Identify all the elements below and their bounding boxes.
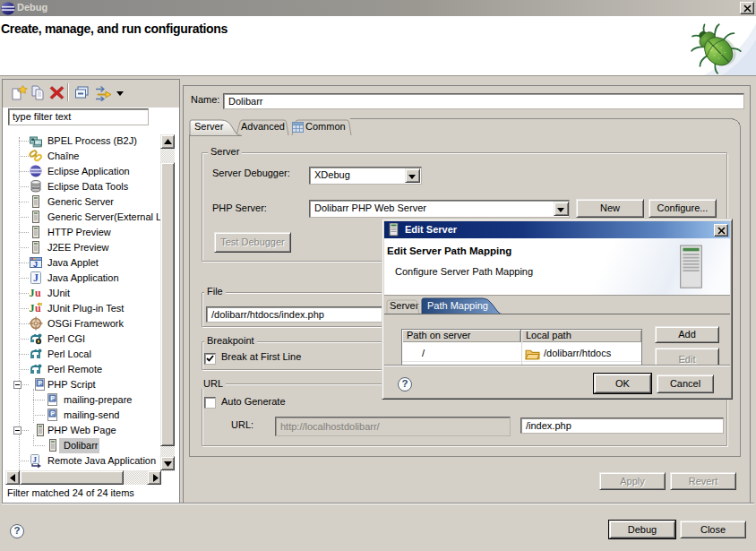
svg-text:J: J	[33, 271, 39, 284]
svg-text:J: J	[33, 260, 38, 269]
svg-text:P: P	[39, 380, 43, 386]
svg-text:J: J	[33, 455, 38, 464]
svg-text:J: J	[30, 287, 35, 299]
svg-text:J: J	[30, 302, 35, 314]
svg-text:P: P	[51, 410, 56, 417]
svg-text:P: P	[51, 395, 56, 401]
svg-text:u: u	[35, 287, 41, 299]
